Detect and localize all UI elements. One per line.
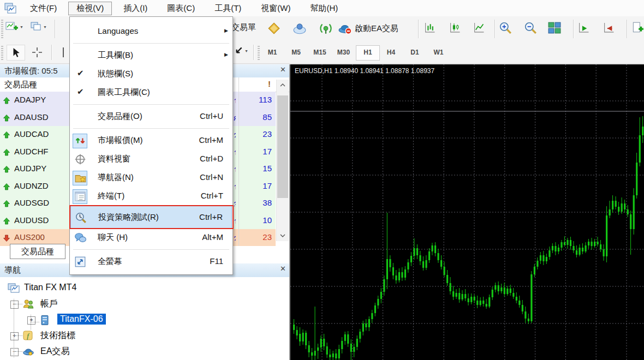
profiles-icon	[30, 21, 42, 33]
menu-item-8[interactable]: 市場報價(M)Ctrl+M	[70, 131, 232, 150]
vertical-line-tool-button[interactable]	[56, 45, 71, 59]
menu-item-4[interactable]: ✔圖表工具欄(C)	[70, 83, 232, 102]
collapse-box-icon[interactable]: −	[10, 301, 19, 309]
toolbar-separator	[253, 45, 254, 60]
scrollbar-thumb[interactable]	[277, 95, 288, 198]
menu-item-15[interactable]: 全螢幕F11	[70, 253, 232, 271]
chart-shift-icon	[603, 22, 615, 33]
mql-button[interactable]	[267, 22, 281, 35]
menu-item-2[interactable]: 工具欄(B)▶	[70, 46, 232, 65]
menubar-item-6[interactable]: 幫助(H)	[302, 2, 346, 15]
market-watch-icon	[73, 134, 87, 148]
auto-scroll-button[interactable]	[577, 22, 589, 33]
toolbar-gripper[interactable]	[258, 45, 260, 60]
community-button[interactable]	[293, 22, 307, 35]
symbol-column-header[interactable]: 交易品種	[4, 80, 37, 90]
spike-column-header[interactable]: !	[268, 79, 271, 88]
spike-value: 17	[238, 181, 272, 190]
checkmark-icon: ✔	[77, 68, 84, 78]
toolbar-gripper[interactable]	[1, 20, 3, 38]
menu-separator	[73, 128, 229, 129]
timeframe-button-D1[interactable]: D1	[403, 45, 426, 59]
menu-item-10[interactable]: 導航器(N)Ctrl+N	[70, 169, 232, 187]
market-watch-scrollbar[interactable]	[276, 80, 289, 241]
symbol-label: AUDSGD	[14, 198, 49, 207]
terminal-icon	[73, 189, 87, 204]
mt4-window: { "glyphs": {"close":"✕","check":"✔","su…	[0, 0, 644, 360]
menu-item-13[interactable]: 聊天 (H)Alt+M	[70, 229, 232, 247]
navigator-item-2[interactable]: +TitanFX-06	[0, 312, 289, 328]
profiles-button[interactable]: ▼	[30, 21, 47, 33]
close-icon[interactable]: ✕	[280, 265, 286, 273]
app-icon	[4, 3, 16, 14]
timeframe-button-M1[interactable]: M1	[261, 45, 284, 59]
tile-windows-icon	[548, 22, 561, 34]
clipped-price-fragment: 1	[234, 183, 236, 189]
candlestick-chart-button[interactable]	[449, 22, 461, 33]
menu-item-9[interactable]: 資料視窗Ctrl+D	[70, 150, 232, 169]
menubar-item-0[interactable]: 文件(F)	[22, 2, 65, 15]
bar-chart-button[interactable]	[424, 22, 436, 33]
broadcast-button[interactable]	[319, 21, 333, 35]
expert-item-partial	[39, 358, 50, 360]
tile-windows-button[interactable]	[548, 22, 561, 34]
menubar-item-5[interactable]: 視窗(W)	[253, 2, 299, 15]
timeframe-button-H4[interactable]: H4	[380, 45, 403, 59]
timeframe-button-M5[interactable]: M5	[285, 45, 308, 59]
navigator-item-1[interactable]: −帳戶	[0, 296, 289, 312]
expand-box-icon[interactable]: +	[10, 332, 19, 340]
up-arrow-icon	[3, 114, 10, 124]
navigator-item-3[interactable]: +f技術指標	[0, 328, 289, 344]
collapse-box-icon[interactable]: −	[10, 348, 19, 356]
menubar-item-4[interactable]: 工具(T)	[206, 2, 249, 15]
line-chart-button[interactable]	[473, 22, 485, 33]
menu-item-label: 終端(T)	[98, 191, 124, 201]
timeframe-button-W1[interactable]: W1	[427, 45, 450, 59]
tab-symbols[interactable]: 交易品種	[10, 244, 65, 259]
menubar-item-1[interactable]: 檢視(V)	[68, 2, 112, 15]
close-icon[interactable]: ✕	[280, 65, 286, 74]
menu-item-0[interactable]: Languages▶	[70, 22, 232, 41]
timeframe-button-M15[interactable]: M15	[308, 45, 331, 59]
menubar-item-2[interactable]: 插入(I)	[115, 2, 156, 15]
navigator-item-4[interactable]: −EA交易	[0, 344, 289, 359]
tree-connector	[14, 304, 22, 304]
menu-item-6[interactable]: 交易品種(O)Ctrl+U	[70, 107, 232, 126]
enable-ea-button[interactable]: 啟動EA交易	[338, 21, 398, 35]
expand-box-icon[interactable]: +	[27, 316, 35, 325]
fullscreen-icon	[73, 255, 87, 269]
timeframe-button-H1[interactable]: H1	[356, 45, 380, 61]
new-template-button[interactable]	[631, 21, 644, 34]
zoom-out-button[interactable]	[524, 21, 537, 34]
enable-ea-label: 啟動EA交易	[355, 23, 398, 34]
navigator-item-0[interactable]: Titan FX MT4	[0, 280, 289, 296]
scroll-up-icon[interactable]	[277, 80, 289, 91]
zoom-in-button[interactable]	[499, 21, 512, 34]
arrows-tool-button[interactable]: ▼	[234, 46, 248, 56]
crosshair-tool-button[interactable]	[28, 45, 46, 59]
clipped-price-fragment: 1	[234, 217, 236, 224]
new-chart-button[interactable]: ▼	[5, 21, 23, 33]
chevron-down-icon: ▼	[245, 49, 248, 53]
spike-value: 23	[238, 232, 272, 242]
navigator-item-label: Titan FX MT4	[24, 283, 76, 292]
cursor-tool-button[interactable]	[7, 45, 25, 61]
chart-shift-button[interactable]	[603, 22, 615, 33]
navigator-item-label: 技術指標	[40, 330, 75, 341]
symbol-label: AUS200	[14, 232, 45, 242]
toolbar-separator	[55, 20, 56, 38]
menu-item-shortcut: Ctrl+T	[201, 191, 223, 200]
toolbar-gripper[interactable]	[1, 45, 3, 60]
spike-value: 38	[238, 198, 272, 207]
timeframe-button-M30[interactable]: M30	[332, 45, 355, 59]
data-window-icon	[73, 152, 87, 167]
menu-item-shortcut: Ctrl+M	[199, 135, 223, 145]
menu-item-3[interactable]: ✔狀態欄(S)	[70, 65, 232, 83]
scroll-down-icon[interactable]	[277, 230, 289, 241]
spike-value: 10	[238, 215, 272, 225]
broadcast-icon	[319, 21, 333, 35]
submenu-arrow-icon: ▶	[224, 52, 228, 57]
menu-item-11[interactable]: 終端(T)Ctrl+T	[70, 187, 232, 206]
chart-window[interactable]: EURUSD,H1 1.08940 1.08941 1.08878 1.0893…	[289, 64, 644, 360]
menubar-item-3[interactable]: 圖表(C)	[159, 2, 203, 15]
